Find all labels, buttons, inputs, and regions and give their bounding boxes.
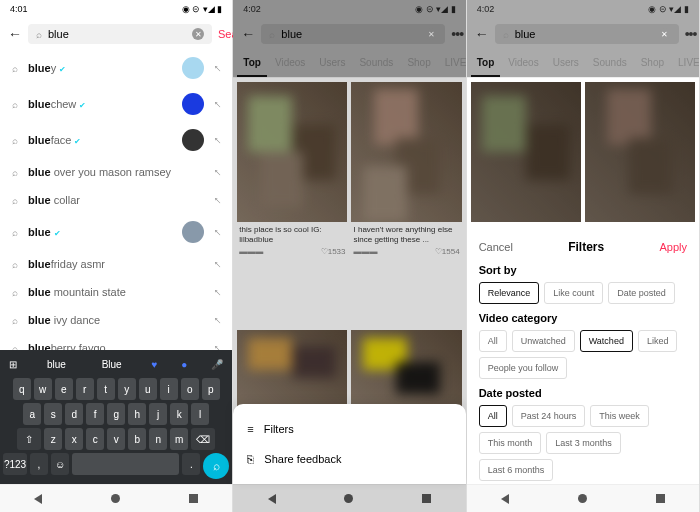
search-icon: ⌕ <box>12 315 18 326</box>
avatar <box>182 93 204 115</box>
chip[interactable]: Past 24 hours <box>512 405 586 427</box>
suggestion-item[interactable]: ⌕bluechew ✔↑ <box>0 86 232 122</box>
chip[interactable]: This week <box>590 405 649 427</box>
insert-icon[interactable]: ↑ <box>210 193 224 207</box>
nav-recent[interactable] <box>656 494 665 503</box>
search-row: ← ⌕ ✕ ••• <box>467 18 699 50</box>
nav-recent[interactable] <box>189 494 198 503</box>
chip[interactable]: Liked <box>638 330 678 352</box>
avatar <box>182 221 204 243</box>
suggestion-item[interactable]: ⌕blue collar↑ <box>0 186 232 214</box>
suggestion-item[interactable]: ⌕blue mountain state↑ <box>0 278 232 306</box>
search-icon: ⌕ <box>12 167 18 178</box>
tab-live[interactable]: LIVE <box>672 50 699 77</box>
more-icon[interactable]: ••• <box>685 26 697 42</box>
search-input[interactable] <box>515 28 653 40</box>
heart-icon[interactable]: ♥ <box>152 359 158 370</box>
tab-top[interactable]: Top <box>471 50 501 77</box>
search-icon: ⌕ <box>12 63 18 74</box>
insert-icon[interactable]: ↑ <box>210 165 224 179</box>
insert-icon[interactable]: ↑ <box>210 61 224 75</box>
chip[interactable]: Date posted <box>608 282 675 304</box>
suggestion-item[interactable]: ⌕blue ✔↑ <box>0 214 232 250</box>
insert-icon[interactable]: ↑ <box>210 313 224 327</box>
nav-back[interactable] <box>501 494 509 504</box>
filter-icon: ≡ <box>247 423 253 435</box>
chip[interactable]: Watched <box>580 330 633 352</box>
suggestion-text: blueface ✔ <box>28 134 172 146</box>
chip[interactable]: Last 6 months <box>479 459 554 481</box>
insert-icon[interactable]: ↑ <box>210 97 224 111</box>
verified-icon: ✔ <box>54 229 61 238</box>
chip[interactable]: Like count <box>544 282 603 304</box>
tab-users[interactable]: Users <box>547 50 585 77</box>
suggestion-text: blueberry faygo <box>28 342 204 350</box>
kb-suggestion[interactable]: Blue <box>96 357 128 372</box>
suggestion-item[interactable]: ⌕blueberry faygo↑ <box>0 334 232 350</box>
insert-icon[interactable]: ↑ <box>210 285 224 299</box>
clear-icon[interactable]: ✕ <box>192 28 204 40</box>
insert-icon[interactable]: ↑ <box>210 225 224 239</box>
back-icon[interactable]: ← <box>475 26 489 42</box>
suggestion-text: blue ivy dance <box>28 314 204 326</box>
shift-key: ⇧ <box>17 428 41 450</box>
insert-icon[interactable]: ↑ <box>210 133 224 147</box>
search-box[interactable]: ⌕ ✕ <box>495 24 679 44</box>
clear-icon[interactable]: ✕ <box>659 28 671 40</box>
suggestion-item[interactable]: ⌕blueface ✔↑ <box>0 122 232 158</box>
kb-grid-icon[interactable]: ⊞ <box>9 359 17 370</box>
suggestion-text: blue collar <box>28 194 204 206</box>
clock: 4:02 <box>477 4 495 14</box>
search-icon: ⌕ <box>12 195 18 206</box>
search-icon: ⌕ <box>36 29 42 40</box>
chip[interactable]: All <box>479 405 507 427</box>
emoji-key: ☺ <box>51 453 69 475</box>
back-icon[interactable]: ← <box>8 26 22 42</box>
share-icon: ⎘ <box>247 453 254 465</box>
tab-shop[interactable]: Shop <box>635 50 670 77</box>
status-icons: ◉ ⊝ ▾◢ ▮ <box>182 4 223 14</box>
insert-icon[interactable]: ↑ <box>210 341 224 350</box>
search-icon: ⌕ <box>12 343 18 351</box>
nav-back[interactable] <box>34 494 42 504</box>
verified-icon: ✔ <box>59 65 66 74</box>
apply-button[interactable]: Apply <box>659 241 687 253</box>
filters-option[interactable]: ≡Filters <box>233 414 465 444</box>
avatar <box>182 129 204 151</box>
chip[interactable]: Last 3 months <box>546 432 621 454</box>
mic-icon[interactable]: 🎤 <box>211 359 223 370</box>
chip[interactable]: Unwatched <box>512 330 575 352</box>
chip[interactable]: All <box>479 330 507 352</box>
chip[interactable]: Relevance <box>479 282 540 304</box>
clock: 4:01 <box>10 4 28 14</box>
suggestion-item[interactable]: ⌕bluey ✔↑ <box>0 50 232 86</box>
chip[interactable]: This month <box>479 432 542 454</box>
panel-title: Filters <box>568 240 604 254</box>
suggestion-text: blue over you mason ramsey <box>28 166 204 178</box>
tab-videos[interactable]: Videos <box>502 50 544 77</box>
sort-label: Sort by <box>479 264 687 276</box>
search-row: ← ⌕ ✕ Search <box>0 18 232 50</box>
suggestion-item[interactable]: ⌕bluefriday asmr↑ <box>0 250 232 278</box>
keyboard[interactable]: ⊞ blue Blue ♥ ● 🎤 qwertyuiop asdfghjkl ⇧… <box>0 350 232 484</box>
kb-suggestion[interactable]: blue <box>41 357 72 372</box>
search-icon: ⌕ <box>503 29 509 40</box>
nav-home[interactable] <box>578 494 587 503</box>
status-bar: 4:02 ◉ ⊝ ▾◢ ▮ <box>467 0 699 18</box>
suggestion-text: bluefriday asmr <box>28 258 204 270</box>
search-icon: ⌕ <box>12 287 18 298</box>
dot-icon[interactable]: ● <box>181 359 187 370</box>
cancel-button[interactable]: Cancel <box>479 241 513 253</box>
suggestion-item[interactable]: ⌕blue over you mason ramsey↑ <box>0 158 232 186</box>
chip[interactable]: People you follow <box>479 357 568 379</box>
insert-icon[interactable]: ↑ <box>210 257 224 271</box>
feedback-option[interactable]: ⎘Share feedback <box>233 444 465 474</box>
search-icon: ⌕ <box>12 259 18 270</box>
tab-sounds[interactable]: Sounds <box>587 50 633 77</box>
backspace-key: ⌫ <box>191 428 215 450</box>
nav-home[interactable] <box>111 494 120 503</box>
suggestion-item[interactable]: ⌕blue ivy dance↑ <box>0 306 232 334</box>
suggestion-text: blue mountain state <box>28 286 204 298</box>
search-input[interactable] <box>48 28 186 40</box>
search-box[interactable]: ⌕ ✕ <box>28 24 212 44</box>
